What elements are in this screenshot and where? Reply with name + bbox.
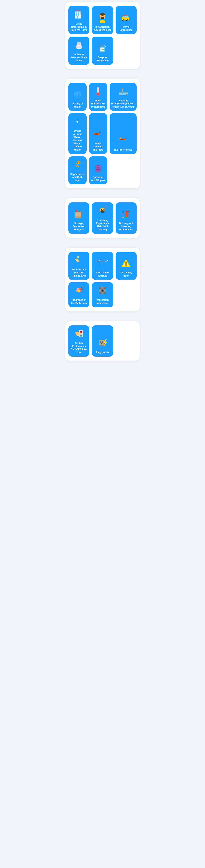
travel-icon xyxy=(119,11,132,24)
group3-grid: Storage, Selves and Hangers xyxy=(68,203,137,234)
svg-point-37 xyxy=(105,48,106,49)
svg-point-115 xyxy=(99,261,100,262)
fragrance-label: Fragrance of the Bathroom xyxy=(70,299,88,305)
card-introduction[interactable]: Introduction About the user xyxy=(92,6,113,34)
card-switch[interactable]: OFF ON Switch Preferences ON | OFF After… xyxy=(68,326,89,357)
svg-rect-103 xyxy=(78,256,79,257)
card-grooming[interactable]: Grooming Experience Hair /Nail Triming xyxy=(92,203,113,234)
underground-water-icon xyxy=(71,115,84,128)
svg-point-43 xyxy=(97,93,99,95)
group2: Quality of Water Water Temperature Prefe… xyxy=(65,79,140,189)
svg-rect-1 xyxy=(76,12,77,13)
travel-label: Travel Experience xyxy=(117,26,135,32)
svg-point-12 xyxy=(103,16,104,17)
svg-rect-24 xyxy=(127,14,128,16)
svg-point-121 xyxy=(124,268,125,269)
card-toothpaste[interactable]: Tooth Paste Extract xyxy=(92,252,113,280)
ventilation-label: Ventilation preferences xyxy=(93,299,111,305)
svg-rect-2 xyxy=(78,12,79,13)
svg-point-21 xyxy=(123,20,124,21)
svg-point-52 xyxy=(122,92,122,93)
svg-point-78 xyxy=(76,212,77,213)
slipperiness-icon xyxy=(71,158,84,171)
card-slipperiness[interactable]: Slipperiness and Bath Mat xyxy=(68,156,87,185)
svg-rect-66 xyxy=(124,137,126,138)
introduction-label: Introduction About the user xyxy=(93,26,111,32)
toothpaste-icon xyxy=(96,257,109,270)
tap-label: Tap Preferences xyxy=(114,149,132,152)
svg-rect-62 xyxy=(99,132,100,133)
ventilation-icon xyxy=(96,284,109,297)
wet-dry-icon xyxy=(119,257,132,270)
svg-rect-118 xyxy=(125,262,126,265)
water-pressure-label: Water Pressure and Flow xyxy=(91,142,106,152)
svg-rect-74 xyxy=(75,214,81,214)
card-storage[interactable]: Storage, Selves and Hangers xyxy=(68,203,89,234)
svg-rect-93 xyxy=(122,211,124,213)
card-wet-dry[interactable]: Wet vs Dry floor xyxy=(116,252,137,280)
card-water-pressure[interactable]: Water Pressure and Flow xyxy=(89,113,107,154)
svg-rect-98 xyxy=(122,217,124,218)
card-tap[interactable]: Tap Preferences xyxy=(110,113,137,154)
water-temp-icon xyxy=(92,85,105,98)
group2-grid: Quality of Water Water Temperature Prefe… xyxy=(68,83,137,185)
card-ventilation[interactable]: Ventilation preferences xyxy=(92,282,113,307)
fragrance-icon xyxy=(73,284,86,297)
water-pressure-icon xyxy=(92,128,105,141)
card-plug[interactable]: Plug points xyxy=(92,326,113,357)
card-bathing[interactable]: Bathing Preferences(Shower, Water Tub, B… xyxy=(110,83,137,111)
toothbrush-icon xyxy=(73,254,86,267)
card-dusting[interactable]: Dusting and Cleaning Preferences xyxy=(116,203,137,234)
card-water-temp[interactable]: Water Temperature Preferences xyxy=(89,83,107,111)
svg-point-80 xyxy=(78,215,78,215)
svg-rect-97 xyxy=(128,211,129,212)
svg-point-10 xyxy=(100,13,105,16)
card-travel[interactable]: Travel Experience xyxy=(116,6,137,34)
grooming-icon xyxy=(96,205,109,217)
switch-label: Switch Preferences ON | OFF After Use xyxy=(70,342,88,354)
group3: Storage, Selves and Hangers xyxy=(65,198,140,238)
bathrobe-icon xyxy=(92,161,105,174)
svg-rect-18 xyxy=(125,16,127,18)
svg-point-79 xyxy=(79,212,80,213)
bathing-label: Bathing Preferences(Shower, Water Tub, B… xyxy=(111,99,135,108)
plug-icon xyxy=(96,337,109,349)
svg-rect-83 xyxy=(78,211,79,212)
card-indian-western[interactable]: Indian vs Western Style Toilets xyxy=(68,37,89,65)
svg-rect-3 xyxy=(80,12,81,13)
svg-point-81 xyxy=(81,210,82,211)
card-toothbrush[interactable]: Tooth Brush Type and Placing area xyxy=(68,252,89,280)
card-quality-water[interactable]: Quality of Water xyxy=(68,83,87,111)
svg-rect-67 xyxy=(119,138,120,139)
tap-icon xyxy=(117,134,129,147)
switch-icon: OFF ON xyxy=(73,328,86,340)
group4-grid: Tooth Brush Type and Placing area xyxy=(68,252,137,307)
svg-text:SOAP: SOAP xyxy=(101,49,105,51)
svg-rect-23 xyxy=(124,15,126,16)
svg-rect-32 xyxy=(101,44,103,45)
using-bathrooms-label: Using Bathrooms in Hotel Vs Home xyxy=(70,22,88,32)
svg-point-11 xyxy=(101,16,102,17)
svg-rect-63 xyxy=(94,133,95,134)
card-fragrance[interactable]: Fragrance of the Bathroom xyxy=(68,282,89,307)
card-bathrobe[interactable]: Bathrobe and Slippers xyxy=(89,156,107,185)
svg-rect-111 xyxy=(102,260,106,262)
storage-label: Storage, Selves and Hangers xyxy=(70,222,88,231)
soap-icon: SOAP xyxy=(96,41,109,54)
card-using-bathrooms[interactable]: HOTEL Using Bathrooms in Hotel Vs Home xyxy=(68,6,89,34)
card-soap[interactable]: SOAP Soap vs Bodywash xyxy=(92,37,113,65)
group1: HOTEL Using Bathrooms in Hotel Vs Home xyxy=(65,2,140,69)
svg-rect-70 xyxy=(96,169,100,170)
using-bathrooms-icon: HOTEL xyxy=(73,8,86,21)
introduction-icon xyxy=(96,11,109,24)
spacer4 xyxy=(63,313,142,319)
svg-point-122 xyxy=(127,268,127,269)
card-underground-water[interactable]: Under ground Water | Normal Water | Trea… xyxy=(68,113,87,154)
svg-rect-159 xyxy=(99,340,104,345)
plug-label: Plug points xyxy=(96,351,109,354)
svg-point-22 xyxy=(127,20,128,21)
svg-point-134 xyxy=(82,290,83,291)
toothpaste-label: Tooth Paste Extract xyxy=(93,271,111,277)
svg-rect-82 xyxy=(76,211,77,212)
svg-point-29 xyxy=(77,43,82,44)
